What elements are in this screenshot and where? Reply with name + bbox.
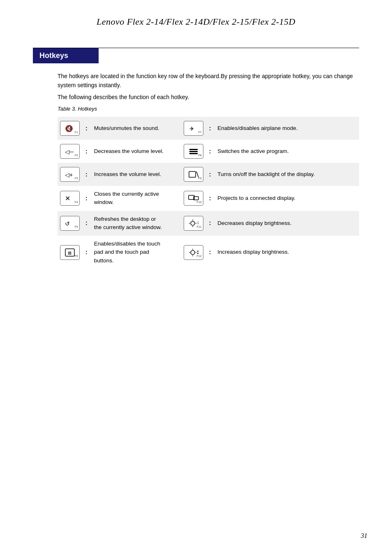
table-caption: Table 3. Hotkeys [58,106,359,112]
key-cell-left-1: ◁─ F2 [58,140,82,163]
section-heading: Hotkeys [39,51,68,60]
colon-right-0: : [206,117,214,140]
colon-left-4: : [82,211,91,236]
colon-right-4: : [206,211,214,236]
colon-left-3: : [82,186,91,211]
page-number: 31 [361,532,367,540]
svg-rect-3 [189,149,198,150]
desc-left-0: Mutes/unmutes the sound. [91,117,173,140]
desc-right-3: Projects to a connected display. [214,186,359,211]
key-cell-left-2: ◁+ F3 [58,163,82,186]
desc-right-1: Switches the active program. [214,140,359,163]
desc-right-4: Decreases display brightness. [214,211,359,236]
desc-left-3: Closes the currently active window. [91,186,173,211]
desc-right-0: Enables/disables airplane mode. [214,117,359,140]
key-cell-left-3: ✕ F4 [58,186,82,211]
key-cell-right-2: F9 [181,163,206,186]
colon-right-2: : [206,163,214,186]
key-cell-right-1: F8 [181,140,206,163]
desc-left-5: Enables/disables the touch pad and the t… [91,236,173,269]
hotkeys-table: 🔇 F1 :Mutes/unmutes the sound. ✈ F7 :Ena… [58,117,359,269]
svg-rect-7 [189,171,196,177]
colon-left-0: : [82,117,91,140]
colon-right-3: : [206,186,214,211]
page-title: Lenovo Flex 2-14/Flex 2-14D/Flex 2-15/Fl… [0,0,392,39]
svg-text:⊠: ⊠ [68,250,71,255]
svg-point-22 [191,250,195,255]
svg-text:↺: ↺ [65,220,70,227]
colon-right-5: : [206,236,214,269]
colon-left-2: : [82,163,91,186]
svg-point-13 [191,221,195,225]
key-cell-right-5: F12 [181,236,206,269]
colon-left-5: : [82,236,91,269]
svg-text:✕: ✕ [65,195,70,202]
svg-rect-5 [189,153,198,154]
desc-left-1: Decreases the volume level. [91,140,173,163]
svg-text:◁─: ◁─ [65,148,74,155]
svg-text:◁+: ◁+ [65,171,73,178]
key-cell-left-5: ⊠ F6 [58,236,82,269]
key-cell-right-3: F10 [181,186,206,211]
colon-left-1: : [82,140,91,163]
key-cell-right-4: F11 [181,211,206,236]
svg-text:✈: ✈ [189,125,194,132]
intro-text-1: The hotkeys are located in the function … [58,72,359,90]
svg-rect-4 [189,151,198,152]
key-cell-left-0: 🔇 F1 [58,117,82,140]
key-cell-right-0: ✈ F7 [181,117,206,140]
desc-left-2: Increases the volume level. [91,163,173,186]
desc-left-4: Refreshes the desktop or the currently a… [91,211,173,236]
desc-right-2: Turns on/off the backlight of the displa… [214,163,359,186]
svg-text:🔇: 🔇 [65,125,73,132]
desc-right-5: Increases display brightness. [214,236,359,269]
intro-text-2: The following describes the function of … [58,93,359,102]
key-cell-left-4: ↺ F5 [58,211,82,236]
colon-right-1: : [206,140,214,163]
